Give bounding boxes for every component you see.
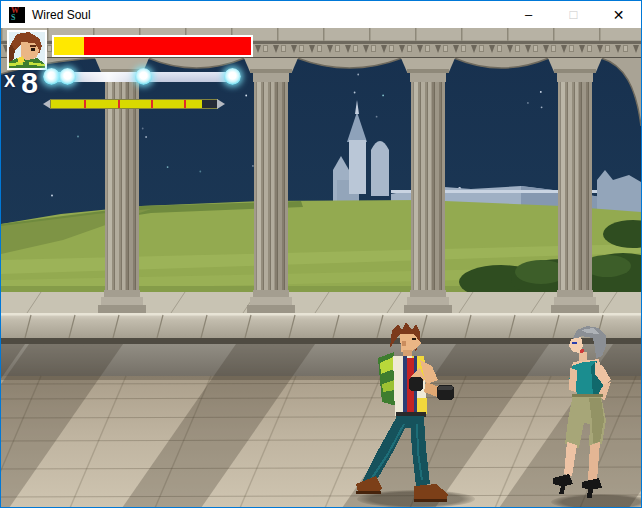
app-icon-letter-bottom: S [11,14,15,22]
app-icon: W S [9,7,25,23]
scene-background [1,28,641,508]
walkway [1,292,641,313]
title-bar[interactable]: W S Wired Soul – □ ✕ [1,1,641,28]
window-title: Wired Soul [32,8,91,22]
game-viewport[interactable]: X8 [1,28,641,508]
female-character [549,326,641,508]
stone-ledge [1,313,641,344]
close-button[interactable]: ✕ [596,1,641,28]
minimize-button[interactable]: – [506,1,551,28]
male-fighter [354,322,464,508]
app-window: W S Wired Soul – □ ✕ [0,0,642,508]
maximize-button[interactable]: □ [551,1,596,28]
